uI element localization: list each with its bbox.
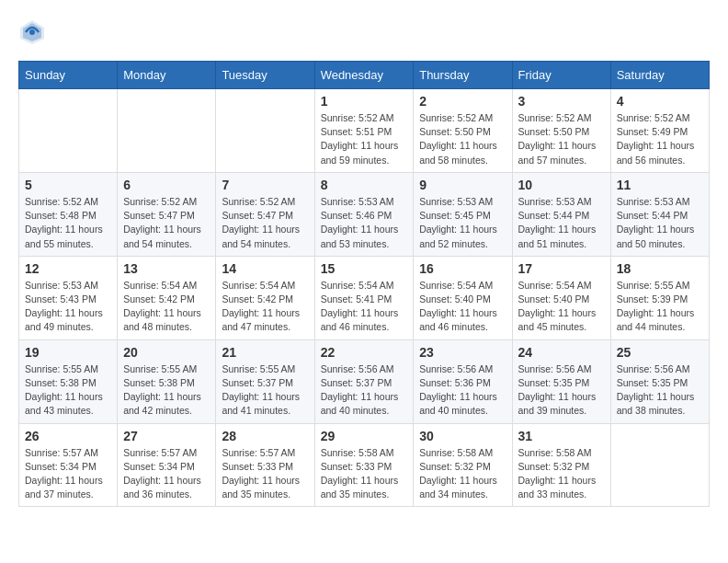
day-number: 16 (419, 261, 506, 276)
calendar-cell: 26Sunrise: 5:57 AM Sunset: 5:34 PM Dayli… (19, 423, 118, 507)
day-header: Tuesday (216, 62, 314, 89)
day-number: 17 (518, 261, 605, 276)
calendar-cell: 3Sunrise: 5:52 AM Sunset: 5:50 PM Daylig… (512, 89, 610, 173)
day-number: 30 (419, 429, 506, 443)
calendar-table: SundayMondayTuesdayWednesdayThursdayFrid… (18, 61, 710, 507)
day-number: 7 (222, 178, 308, 192)
calendar-cell: 28Sunrise: 5:57 AM Sunset: 5:33 PM Dayli… (216, 423, 314, 507)
calendar-cell: 12Sunrise: 5:53 AM Sunset: 5:43 PM Dayli… (19, 256, 118, 339)
calendar-cell: 10Sunrise: 5:53 AM Sunset: 5:44 PM Dayli… (512, 172, 610, 256)
calendar-week-row: 19Sunrise: 5:55 AM Sunset: 5:38 PM Dayli… (19, 339, 710, 423)
calendar-cell: 8Sunrise: 5:53 AM Sunset: 5:46 PM Daylig… (314, 172, 414, 256)
day-info: Sunrise: 5:52 AM Sunset: 5:47 PM Dayligh… (123, 195, 210, 251)
day-number: 8 (321, 178, 408, 192)
day-number: 11 (617, 178, 703, 192)
calendar-header-row: SundayMondayTuesdayWednesdayThursdayFrid… (19, 62, 710, 89)
calendar-cell: 20Sunrise: 5:55 AM Sunset: 5:38 PM Dayli… (118, 339, 216, 423)
day-number: 21 (222, 345, 308, 360)
day-number: 3 (518, 94, 605, 109)
page-header (18, 18, 710, 46)
day-info: Sunrise: 5:53 AM Sunset: 5:44 PM Dayligh… (518, 195, 605, 251)
day-number: 20 (123, 345, 210, 360)
day-number: 28 (222, 429, 308, 443)
day-info: Sunrise: 5:53 AM Sunset: 5:43 PM Dayligh… (25, 279, 111, 335)
day-info: Sunrise: 5:52 AM Sunset: 5:49 PM Dayligh… (617, 111, 703, 167)
calendar-cell: 18Sunrise: 5:55 AM Sunset: 5:39 PM Dayli… (610, 256, 709, 339)
day-number: 19 (25, 345, 111, 360)
calendar-cell: 6Sunrise: 5:52 AM Sunset: 5:47 PM Daylig… (118, 172, 216, 256)
day-info: Sunrise: 5:52 AM Sunset: 5:50 PM Dayligh… (518, 111, 605, 167)
calendar-cell: 1Sunrise: 5:52 AM Sunset: 5:51 PM Daylig… (314, 89, 414, 173)
day-number: 1 (321, 94, 408, 109)
day-info: Sunrise: 5:54 AM Sunset: 5:40 PM Dayligh… (518, 279, 605, 335)
calendar-cell: 21Sunrise: 5:55 AM Sunset: 5:37 PM Dayli… (216, 339, 314, 423)
calendar-cell: 16Sunrise: 5:54 AM Sunset: 5:40 PM Dayli… (414, 256, 512, 339)
calendar-cell: 29Sunrise: 5:58 AM Sunset: 5:33 PM Dayli… (314, 423, 414, 507)
calendar-cell: 23Sunrise: 5:56 AM Sunset: 5:36 PM Dayli… (414, 339, 512, 423)
logo-icon (18, 18, 46, 46)
day-number: 15 (321, 261, 408, 276)
calendar-cell (216, 89, 314, 173)
day-info: Sunrise: 5:58 AM Sunset: 5:32 PM Dayligh… (419, 446, 506, 502)
day-info: Sunrise: 5:55 AM Sunset: 5:38 PM Dayligh… (123, 362, 210, 419)
day-info: Sunrise: 5:58 AM Sunset: 5:32 PM Dayligh… (518, 446, 605, 502)
day-number: 12 (25, 261, 111, 276)
calendar-cell: 9Sunrise: 5:53 AM Sunset: 5:45 PM Daylig… (414, 172, 512, 256)
day-number: 18 (617, 261, 703, 276)
day-info: Sunrise: 5:56 AM Sunset: 5:35 PM Dayligh… (518, 362, 605, 419)
day-info: Sunrise: 5:52 AM Sunset: 5:48 PM Dayligh… (25, 195, 111, 251)
calendar-cell: 25Sunrise: 5:56 AM Sunset: 5:35 PM Dayli… (610, 339, 709, 423)
calendar-cell: 5Sunrise: 5:52 AM Sunset: 5:48 PM Daylig… (19, 172, 118, 256)
calendar-cell: 30Sunrise: 5:58 AM Sunset: 5:32 PM Dayli… (414, 423, 512, 507)
day-number: 22 (321, 345, 408, 360)
day-header: Wednesday (314, 62, 414, 89)
calendar-cell: 24Sunrise: 5:56 AM Sunset: 5:35 PM Dayli… (512, 339, 610, 423)
day-info: Sunrise: 5:54 AM Sunset: 5:40 PM Dayligh… (419, 279, 506, 335)
day-info: Sunrise: 5:52 AM Sunset: 5:50 PM Dayligh… (419, 111, 506, 167)
day-info: Sunrise: 5:57 AM Sunset: 5:34 PM Dayligh… (123, 446, 210, 502)
day-number: 4 (617, 94, 703, 109)
day-info: Sunrise: 5:54 AM Sunset: 5:41 PM Dayligh… (321, 279, 408, 335)
calendar-cell: 15Sunrise: 5:54 AM Sunset: 5:41 PM Dayli… (314, 256, 414, 339)
day-number: 2 (419, 94, 506, 109)
day-number: 27 (123, 429, 210, 443)
day-info: Sunrise: 5:56 AM Sunset: 5:35 PM Dayligh… (617, 362, 703, 419)
day-info: Sunrise: 5:58 AM Sunset: 5:33 PM Dayligh… (321, 446, 408, 502)
day-info: Sunrise: 5:53 AM Sunset: 5:44 PM Dayligh… (617, 195, 703, 251)
day-info: Sunrise: 5:54 AM Sunset: 5:42 PM Dayligh… (123, 279, 210, 335)
day-header: Friday (512, 62, 610, 89)
day-number: 10 (518, 178, 605, 192)
calendar-cell: 13Sunrise: 5:54 AM Sunset: 5:42 PM Dayli… (118, 256, 216, 339)
calendar-cell: 27Sunrise: 5:57 AM Sunset: 5:34 PM Dayli… (118, 423, 216, 507)
day-number: 25 (617, 345, 703, 360)
day-info: Sunrise: 5:55 AM Sunset: 5:39 PM Dayligh… (617, 279, 703, 335)
day-number: 9 (419, 178, 506, 192)
day-info: Sunrise: 5:55 AM Sunset: 5:37 PM Dayligh… (222, 362, 308, 419)
day-info: Sunrise: 5:56 AM Sunset: 5:36 PM Dayligh… (419, 362, 506, 419)
calendar-cell: 17Sunrise: 5:54 AM Sunset: 5:40 PM Dayli… (512, 256, 610, 339)
day-info: Sunrise: 5:55 AM Sunset: 5:38 PM Dayligh… (25, 362, 111, 419)
svg-point-2 (29, 29, 35, 35)
day-info: Sunrise: 5:57 AM Sunset: 5:33 PM Dayligh… (222, 446, 308, 502)
logo (18, 18, 50, 46)
day-info: Sunrise: 5:53 AM Sunset: 5:46 PM Dayligh… (321, 195, 408, 251)
day-info: Sunrise: 5:54 AM Sunset: 5:42 PM Dayligh… (222, 279, 308, 335)
calendar-cell: 31Sunrise: 5:58 AM Sunset: 5:32 PM Dayli… (512, 423, 610, 507)
day-number: 31 (518, 429, 605, 443)
calendar-cell: 14Sunrise: 5:54 AM Sunset: 5:42 PM Dayli… (216, 256, 314, 339)
calendar-week-row: 12Sunrise: 5:53 AM Sunset: 5:43 PM Dayli… (19, 256, 710, 339)
day-number: 14 (222, 261, 308, 276)
day-number: 13 (123, 261, 210, 276)
calendar-week-row: 5Sunrise: 5:52 AM Sunset: 5:48 PM Daylig… (19, 172, 710, 256)
day-header: Monday (118, 62, 216, 89)
day-info: Sunrise: 5:53 AM Sunset: 5:45 PM Dayligh… (419, 195, 506, 251)
calendar-cell: 4Sunrise: 5:52 AM Sunset: 5:49 PM Daylig… (610, 89, 709, 173)
calendar-week-row: 1Sunrise: 5:52 AM Sunset: 5:51 PM Daylig… (19, 89, 710, 173)
day-header: Saturday (610, 62, 709, 89)
day-number: 29 (321, 429, 408, 443)
calendar-cell: 2Sunrise: 5:52 AM Sunset: 5:50 PM Daylig… (414, 89, 512, 173)
day-number: 24 (518, 345, 605, 360)
calendar-cell: 19Sunrise: 5:55 AM Sunset: 5:38 PM Dayli… (19, 339, 118, 423)
calendar-cell (118, 89, 216, 173)
day-number: 26 (25, 429, 111, 443)
